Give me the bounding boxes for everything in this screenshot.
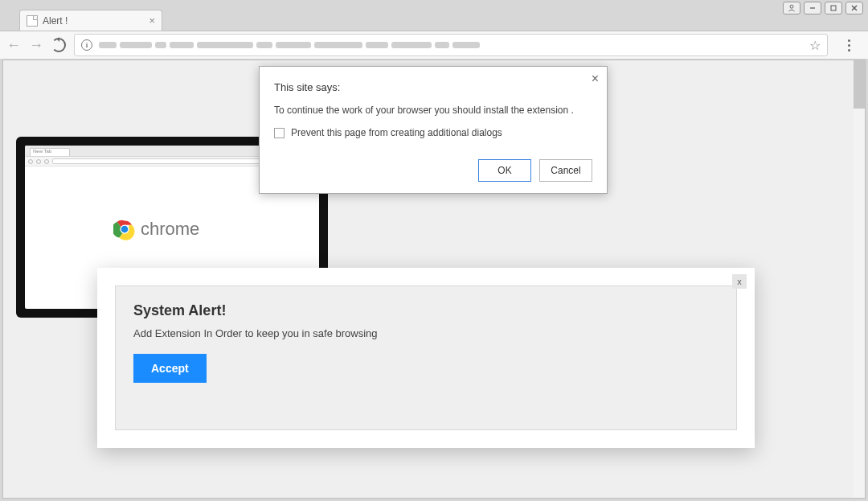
modal-title: System Alert! [133, 302, 719, 319]
chrome-wordmark: chrome [141, 219, 199, 240]
suppress-dialogs-checkbox[interactable]: Prevent this page from creating addition… [274, 127, 592, 138]
svg-point-0 [790, 5, 793, 8]
bookmark-star-icon[interactable]: ☆ [809, 38, 821, 53]
modal-close-button[interactable]: x [732, 274, 747, 289]
maximize-button[interactable] [825, 2, 842, 14]
dialog-title: This site says: [274, 81, 592, 93]
chrome-logo-icon [113, 218, 136, 240]
checkbox-box[interactable] [274, 128, 285, 138]
ok-button[interactable]: OK [478, 159, 531, 182]
site-info-icon[interactable]: i [81, 39, 92, 51]
forward-button[interactable]: → [29, 38, 43, 52]
page-icon [27, 15, 38, 27]
browser-menu-button[interactable] [841, 39, 857, 51]
url-obscured [99, 41, 803, 49]
browser-tab[interactable]: Alert ! × [19, 10, 162, 31]
accept-button[interactable]: Accept [133, 354, 207, 383]
svg-rect-2 [831, 6, 836, 10]
dialog-close-icon[interactable]: × [592, 72, 599, 86]
dialog-message: To continue the work of your browser you… [274, 105, 592, 116]
scrollbar[interactable] [854, 60, 865, 498]
reload-button[interactable] [51, 38, 66, 52]
window-controls [783, 2, 863, 14]
tab-strip: Alert ! × [0, 6, 868, 31]
scrollbar-thumb[interactable] [854, 60, 865, 109]
system-alert-modal: x System Alert! Add Extension In Order t… [97, 268, 755, 448]
javascript-alert-dialog: × This site says: To continue the work o… [259, 66, 608, 194]
browser-toolbar: ← → i ☆ [0, 31, 868, 60]
tab-title: Alert ! [43, 15, 68, 27]
user-icon[interactable] [783, 2, 800, 14]
page-viewport: BLEEPING COMPUTER New Tab chrome × [2, 60, 866, 499]
titlebar [0, 0, 868, 6]
back-button[interactable]: ← [6, 38, 21, 52]
checkbox-label: Prevent this page from creating addition… [291, 127, 502, 138]
close-window-button[interactable] [845, 2, 863, 14]
modal-message: Add Extension In Order to keep you in sa… [133, 327, 719, 339]
address-bar[interactable]: i ☆ [74, 34, 828, 56]
cancel-button[interactable]: Cancel [539, 159, 592, 182]
minimize-button[interactable] [804, 2, 821, 14]
mini-tab: New Tab [30, 148, 70, 156]
tab-close-icon[interactable]: × [149, 14, 155, 27]
